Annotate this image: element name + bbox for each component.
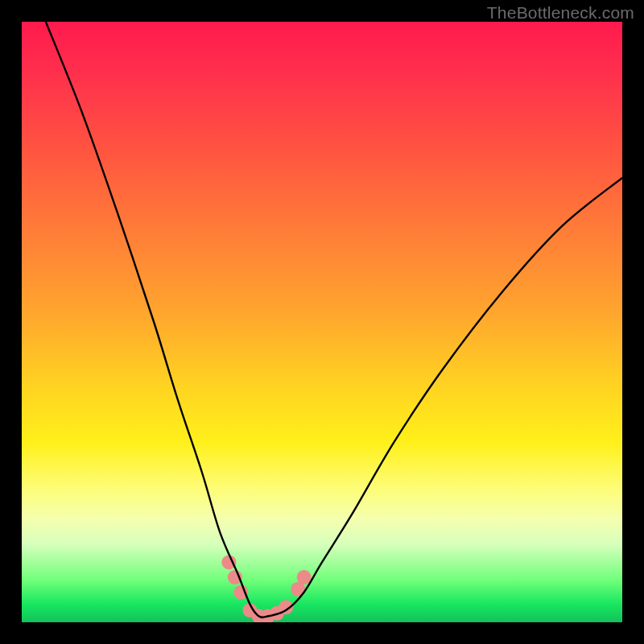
markers-group <box>221 555 311 622</box>
data-marker <box>297 570 312 584</box>
chart-svg <box>22 22 622 622</box>
watermark-text: TheBottleneck.com <box>487 3 634 23</box>
chart-area <box>22 22 622 622</box>
bottleneck-curve <box>46 22 622 617</box>
